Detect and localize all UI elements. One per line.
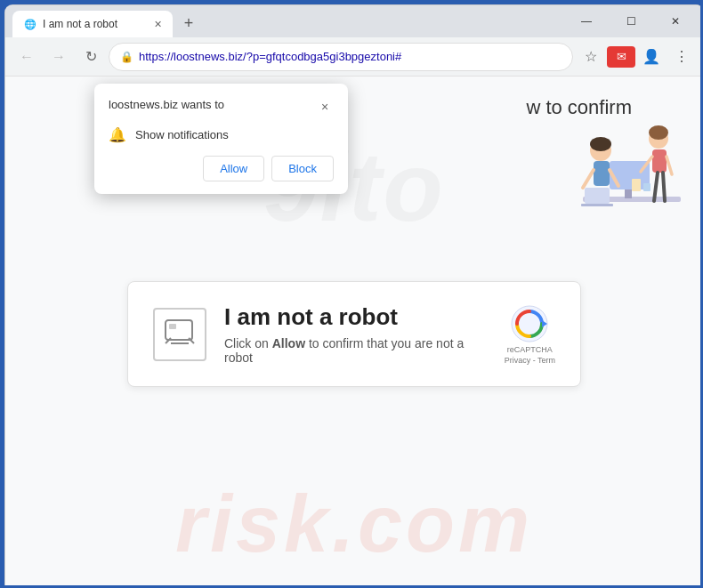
close-button[interactable]: ✕ bbox=[655, 9, 696, 34]
url-text: https://loostnews.biz/?p=gfqtcodbga5gi3b… bbox=[139, 50, 562, 63]
svg-rect-17 bbox=[632, 179, 641, 191]
subtitle-allow: Allow bbox=[272, 336, 305, 350]
popup-close-button[interactable]: × bbox=[316, 98, 334, 116]
notification-popup: loostnews.biz wants to × 🔔 Show notifica… bbox=[94, 84, 348, 194]
page-content: 9ito risk.com loostnews.biz wants to × 🔔… bbox=[5, 77, 703, 588]
bell-icon: 🔔 bbox=[109, 126, 126, 143]
allow-button[interactable]: Allow bbox=[203, 156, 264, 181]
maximize-button[interactable]: ☐ bbox=[610, 9, 651, 34]
popup-header: loostnews.biz wants to × bbox=[109, 98, 334, 116]
toolbar-actions: ☆ ✉ 👤 ⋮ bbox=[577, 43, 696, 71]
lock-icon: 🔒 bbox=[120, 51, 133, 63]
tab-close-button[interactable]: ✕ bbox=[149, 16, 166, 32]
back-button[interactable]: ← bbox=[12, 43, 41, 71]
new-tab-button[interactable]: + bbox=[176, 11, 201, 36]
captcha-icon bbox=[153, 308, 206, 361]
popup-title: loostnews.biz wants to bbox=[109, 98, 224, 111]
minimize-button[interactable]: — bbox=[566, 9, 607, 34]
svg-rect-20 bbox=[169, 324, 176, 329]
title-bar: 🌐 I am not a robot ✕ + — ☐ ✕ bbox=[5, 5, 703, 37]
captcha-subtitle: Click on Allow to confirm that you are n… bbox=[224, 336, 487, 365]
svg-rect-18 bbox=[643, 183, 650, 191]
notification-text: Show notifications bbox=[135, 128, 229, 141]
svg-rect-8 bbox=[581, 204, 613, 206]
notification-row: 🔔 Show notifications bbox=[109, 126, 334, 143]
mail-icon[interactable]: ✉ bbox=[607, 46, 635, 68]
toolbar: ← → ↻ 🔒 https://loostnews.biz/?p=gfqtcod… bbox=[5, 37, 703, 77]
popup-buttons: Allow Block bbox=[109, 156, 334, 181]
recaptcha-links: Privacy - Term bbox=[505, 356, 555, 365]
recaptcha-label: reCAPTCHA bbox=[507, 345, 553, 354]
reload-button[interactable]: ↻ bbox=[77, 43, 105, 71]
address-bar[interactable]: 🔒 https://loostnews.biz/?p=gfqtcodbga5gi… bbox=[109, 43, 573, 71]
svg-rect-2 bbox=[625, 189, 632, 198]
svg-rect-10 bbox=[652, 149, 667, 173]
watermark-bottom: risk.com bbox=[175, 479, 533, 570]
svg-rect-19 bbox=[166, 320, 192, 340]
svg-line-12 bbox=[667, 157, 672, 174]
bookmark-button[interactable]: ☆ bbox=[577, 43, 605, 71]
svg-point-16 bbox=[590, 137, 611, 151]
block-button[interactable]: Block bbox=[271, 156, 334, 181]
svg-rect-4 bbox=[594, 161, 610, 186]
menu-button[interactable]: ⋮ bbox=[667, 43, 696, 71]
active-tab[interactable]: 🌐 I am not a robot ✕ bbox=[12, 11, 173, 37]
tab-favicon: 🌐 bbox=[23, 17, 37, 31]
window-controls: — ☐ ✕ bbox=[559, 9, 703, 34]
forward-button[interactable]: → bbox=[44, 43, 73, 71]
tab-title: I am not a robot bbox=[43, 18, 144, 30]
scene-illustration bbox=[494, 90, 690, 268]
captcha-text: I am not a robot Click on Allow to confi… bbox=[224, 303, 487, 365]
svg-line-14 bbox=[663, 173, 665, 201]
profile-button[interactable]: 👤 bbox=[637, 43, 666, 71]
svg-line-5 bbox=[583, 170, 594, 188]
svg-point-15 bbox=[649, 125, 668, 140]
tab-bar: 🌐 I am not a robot ✕ + bbox=[5, 11, 559, 37]
captcha-title: I am not a robot bbox=[224, 303, 487, 331]
svg-rect-7 bbox=[585, 188, 610, 204]
captcha-card: I am not a robot Click on Allow to confi… bbox=[127, 281, 581, 387]
subtitle-before: Click on bbox=[224, 336, 272, 350]
recaptcha-badge: reCAPTCHA Privacy - Term bbox=[505, 304, 555, 365]
browser-window: 🌐 I am not a robot ✕ + — ☐ ✕ ← → ↻ 🔒 htt… bbox=[5, 5, 703, 588]
